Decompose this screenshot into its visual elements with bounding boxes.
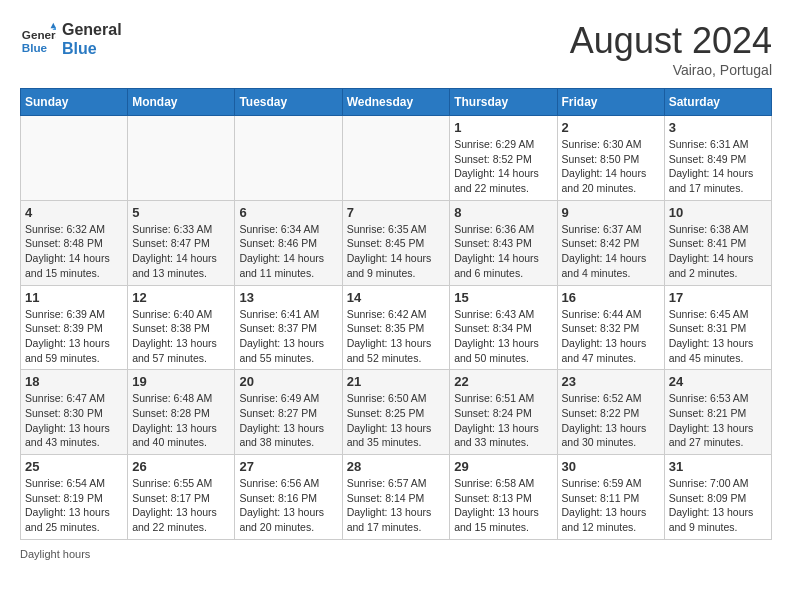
day-number: 25 [25, 459, 123, 474]
calendar-week-4: 18Sunrise: 6:47 AM Sunset: 8:30 PM Dayli… [21, 370, 772, 455]
weekday-header-friday: Friday [557, 89, 664, 116]
day-number: 19 [132, 374, 230, 389]
day-number: 6 [239, 205, 337, 220]
location: Vairao, Portugal [570, 62, 772, 78]
calendar-body: 1Sunrise: 6:29 AM Sunset: 8:52 PM Daylig… [21, 116, 772, 540]
day-number: 31 [669, 459, 767, 474]
calendar-cell: 2Sunrise: 6:30 AM Sunset: 8:50 PM Daylig… [557, 116, 664, 201]
day-number: 27 [239, 459, 337, 474]
day-info: Sunrise: 6:33 AM Sunset: 8:47 PM Dayligh… [132, 222, 230, 281]
calendar-cell: 12Sunrise: 6:40 AM Sunset: 8:38 PM Dayli… [128, 285, 235, 370]
calendar-cell: 27Sunrise: 6:56 AM Sunset: 8:16 PM Dayli… [235, 455, 342, 540]
weekday-header-tuesday: Tuesday [235, 89, 342, 116]
day-number: 14 [347, 290, 446, 305]
calendar-cell: 16Sunrise: 6:44 AM Sunset: 8:32 PM Dayli… [557, 285, 664, 370]
calendar-week-1: 1Sunrise: 6:29 AM Sunset: 8:52 PM Daylig… [21, 116, 772, 201]
day-info: Sunrise: 6:40 AM Sunset: 8:38 PM Dayligh… [132, 307, 230, 366]
day-number: 23 [562, 374, 660, 389]
day-info: Sunrise: 6:34 AM Sunset: 8:46 PM Dayligh… [239, 222, 337, 281]
day-info: Sunrise: 6:58 AM Sunset: 8:13 PM Dayligh… [454, 476, 552, 535]
calendar-cell: 13Sunrise: 6:41 AM Sunset: 8:37 PM Dayli… [235, 285, 342, 370]
calendar-cell: 19Sunrise: 6:48 AM Sunset: 8:28 PM Dayli… [128, 370, 235, 455]
day-info: Sunrise: 6:38 AM Sunset: 8:41 PM Dayligh… [669, 222, 767, 281]
day-info: Sunrise: 6:44 AM Sunset: 8:32 PM Dayligh… [562, 307, 660, 366]
day-number: 3 [669, 120, 767, 135]
calendar-table: SundayMondayTuesdayWednesdayThursdayFrid… [20, 88, 772, 540]
day-info: Sunrise: 6:51 AM Sunset: 8:24 PM Dayligh… [454, 391, 552, 450]
weekday-header-thursday: Thursday [450, 89, 557, 116]
day-number: 21 [347, 374, 446, 389]
day-number: 20 [239, 374, 337, 389]
weekday-header-wednesday: Wednesday [342, 89, 450, 116]
day-info: Sunrise: 6:39 AM Sunset: 8:39 PM Dayligh… [25, 307, 123, 366]
day-number: 26 [132, 459, 230, 474]
calendar-cell [342, 116, 450, 201]
day-number: 4 [25, 205, 123, 220]
day-number: 22 [454, 374, 552, 389]
calendar-header: SundayMondayTuesdayWednesdayThursdayFrid… [21, 89, 772, 116]
day-number: 29 [454, 459, 552, 474]
day-number: 16 [562, 290, 660, 305]
day-number: 2 [562, 120, 660, 135]
calendar-week-2: 4Sunrise: 6:32 AM Sunset: 8:48 PM Daylig… [21, 200, 772, 285]
calendar-cell: 26Sunrise: 6:55 AM Sunset: 8:17 PM Dayli… [128, 455, 235, 540]
calendar-cell: 10Sunrise: 6:38 AM Sunset: 8:41 PM Dayli… [664, 200, 771, 285]
calendar-cell: 21Sunrise: 6:50 AM Sunset: 8:25 PM Dayli… [342, 370, 450, 455]
day-number: 18 [25, 374, 123, 389]
day-info: Sunrise: 6:43 AM Sunset: 8:34 PM Dayligh… [454, 307, 552, 366]
day-number: 8 [454, 205, 552, 220]
day-info: Sunrise: 6:49 AM Sunset: 8:27 PM Dayligh… [239, 391, 337, 450]
calendar-cell: 30Sunrise: 6:59 AM Sunset: 8:11 PM Dayli… [557, 455, 664, 540]
calendar-cell: 14Sunrise: 6:42 AM Sunset: 8:35 PM Dayli… [342, 285, 450, 370]
calendar-cell: 1Sunrise: 6:29 AM Sunset: 8:52 PM Daylig… [450, 116, 557, 201]
day-info: Sunrise: 6:50 AM Sunset: 8:25 PM Dayligh… [347, 391, 446, 450]
weekday-header-monday: Monday [128, 89, 235, 116]
day-number: 15 [454, 290, 552, 305]
day-info: Sunrise: 6:42 AM Sunset: 8:35 PM Dayligh… [347, 307, 446, 366]
day-info: Sunrise: 6:48 AM Sunset: 8:28 PM Dayligh… [132, 391, 230, 450]
day-info: Sunrise: 6:41 AM Sunset: 8:37 PM Dayligh… [239, 307, 337, 366]
calendar-cell: 24Sunrise: 6:53 AM Sunset: 8:21 PM Dayli… [664, 370, 771, 455]
calendar-cell: 25Sunrise: 6:54 AM Sunset: 8:19 PM Dayli… [21, 455, 128, 540]
day-info: Sunrise: 6:55 AM Sunset: 8:17 PM Dayligh… [132, 476, 230, 535]
day-info: Sunrise: 6:59 AM Sunset: 8:11 PM Dayligh… [562, 476, 660, 535]
calendar-cell: 9Sunrise: 6:37 AM Sunset: 8:42 PM Daylig… [557, 200, 664, 285]
day-number: 13 [239, 290, 337, 305]
day-number: 24 [669, 374, 767, 389]
logo-line1: General [62, 20, 122, 39]
calendar-cell [21, 116, 128, 201]
month-year: August 2024 [570, 20, 772, 62]
logo-line2: Blue [62, 39, 122, 58]
day-number: 1 [454, 120, 552, 135]
calendar-week-5: 25Sunrise: 6:54 AM Sunset: 8:19 PM Dayli… [21, 455, 772, 540]
day-info: Sunrise: 6:57 AM Sunset: 8:14 PM Dayligh… [347, 476, 446, 535]
day-number: 7 [347, 205, 446, 220]
calendar-cell: 3Sunrise: 6:31 AM Sunset: 8:49 PM Daylig… [664, 116, 771, 201]
day-info: Sunrise: 6:52 AM Sunset: 8:22 PM Dayligh… [562, 391, 660, 450]
calendar-week-3: 11Sunrise: 6:39 AM Sunset: 8:39 PM Dayli… [21, 285, 772, 370]
title-block: August 2024 Vairao, Portugal [570, 20, 772, 78]
calendar-cell: 11Sunrise: 6:39 AM Sunset: 8:39 PM Dayli… [21, 285, 128, 370]
weekday-header-row: SundayMondayTuesdayWednesdayThursdayFrid… [21, 89, 772, 116]
calendar-cell [128, 116, 235, 201]
weekday-header-sunday: Sunday [21, 89, 128, 116]
day-number: 10 [669, 205, 767, 220]
weekday-header-saturday: Saturday [664, 89, 771, 116]
day-info: Sunrise: 6:29 AM Sunset: 8:52 PM Dayligh… [454, 137, 552, 196]
day-info: Sunrise: 6:31 AM Sunset: 8:49 PM Dayligh… [669, 137, 767, 196]
day-info: Sunrise: 7:00 AM Sunset: 8:09 PM Dayligh… [669, 476, 767, 535]
day-number: 17 [669, 290, 767, 305]
logo-icon: General Blue [20, 21, 56, 57]
day-info: Sunrise: 6:35 AM Sunset: 8:45 PM Dayligh… [347, 222, 446, 281]
calendar-cell: 20Sunrise: 6:49 AM Sunset: 8:27 PM Dayli… [235, 370, 342, 455]
calendar-cell: 7Sunrise: 6:35 AM Sunset: 8:45 PM Daylig… [342, 200, 450, 285]
calendar-cell: 17Sunrise: 6:45 AM Sunset: 8:31 PM Dayli… [664, 285, 771, 370]
day-info: Sunrise: 6:47 AM Sunset: 8:30 PM Dayligh… [25, 391, 123, 450]
svg-text:Blue: Blue [22, 41, 48, 54]
page-header: General Blue General Blue August 2024 Va… [20, 20, 772, 78]
calendar-cell [235, 116, 342, 201]
day-number: 5 [132, 205, 230, 220]
calendar-cell: 15Sunrise: 6:43 AM Sunset: 8:34 PM Dayli… [450, 285, 557, 370]
day-info: Sunrise: 6:53 AM Sunset: 8:21 PM Dayligh… [669, 391, 767, 450]
day-number: 9 [562, 205, 660, 220]
